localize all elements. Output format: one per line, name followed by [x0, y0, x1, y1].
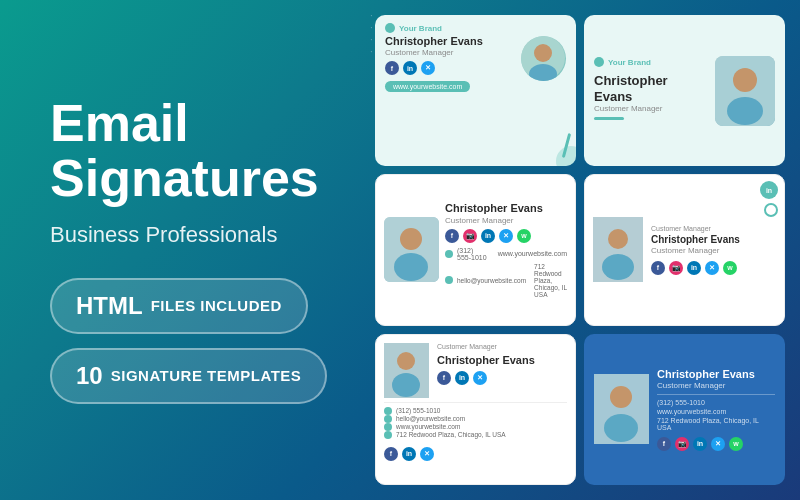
- card4-wa-soc: w: [723, 261, 737, 275]
- card4-li-soc: in: [687, 261, 701, 275]
- badge-html-text: FILES INCLUDED: [151, 297, 282, 314]
- card5-bot-li: in: [402, 447, 416, 461]
- svg-point-10: [608, 229, 628, 249]
- badge2-text: SIGNATURE TEMPLATES: [111, 367, 302, 384]
- svg-point-14: [392, 373, 420, 397]
- avatar-svg: [521, 36, 566, 81]
- signature-card-2: Your Brand Christopher Evans Customer Ma…: [584, 15, 785, 166]
- card5-role: Customer Manager: [437, 343, 567, 350]
- svg-point-17: [604, 414, 638, 442]
- card3-ig: 📷: [463, 229, 477, 243]
- svg-point-16: [610, 386, 632, 408]
- badge2-number: 10: [76, 362, 103, 390]
- card4-avatar-svg: [593, 217, 643, 282]
- card6-info: (312) 555-1010 www.yourwebsite.com 712 R…: [657, 399, 775, 431]
- card6-photo: [594, 374, 649, 444]
- card1-avatar: [521, 36, 566, 81]
- signature-card-6: Christopher Evans Customer Manager (312)…: [584, 334, 785, 485]
- card6-content: Christopher Evans Customer Manager (312)…: [657, 368, 775, 451]
- card6-avatar-svg: [594, 374, 649, 444]
- svg-point-11: [602, 254, 634, 280]
- card3-content: Christopher Evans Customer Manager f 📷 i…: [445, 202, 567, 297]
- svg-point-8: [394, 253, 428, 281]
- card2-avatar-svg: [715, 56, 775, 126]
- card3-fb: f: [445, 229, 459, 243]
- card1-job: Customer Manager: [385, 48, 513, 57]
- card5-photo: [384, 343, 429, 398]
- card2-content: Your Brand Christopher Evans Customer Ma…: [594, 57, 707, 124]
- card6-ig: 📷: [675, 437, 689, 451]
- card3-li: in: [481, 229, 495, 243]
- subtitle: Business Professionals: [50, 222, 330, 248]
- card4-role: Customer Manager: [651, 225, 776, 232]
- brand-row-1: Your Brand: [385, 23, 513, 33]
- card6-divider: [657, 394, 775, 395]
- card5-name: Christopher Evans: [437, 354, 567, 367]
- card4-tw-soc: ✕: [705, 261, 719, 275]
- svg-point-5: [727, 97, 763, 125]
- svg-point-1: [534, 44, 552, 62]
- svg-point-13: [397, 352, 415, 370]
- card6-name: Christopher Evans: [657, 368, 775, 381]
- card4-job: Customer Manager: [651, 246, 776, 255]
- svg-point-4: [733, 68, 757, 92]
- card1-name: Christopher Evans: [385, 35, 513, 48]
- card6-fb: f: [657, 437, 671, 451]
- twitter-icon: ✕: [421, 61, 435, 75]
- card5-details: (312) 555-1010 hello@yourwebsite.com www…: [384, 402, 567, 439]
- card1-website: www.yourwebsite.com: [385, 81, 470, 92]
- card5-li: in: [455, 371, 469, 385]
- main-title: Email Signatures: [50, 96, 330, 205]
- card5-bot-fb: f: [384, 447, 398, 461]
- card6-wa: w: [729, 437, 743, 451]
- html-badge: HTML FILES INCLUDED: [50, 278, 308, 334]
- card2-job: Customer Manager: [594, 104, 707, 113]
- card5-fb: f: [437, 371, 451, 385]
- card4-fb: f: [651, 261, 665, 275]
- card3-name: Christopher Evans: [445, 202, 567, 215]
- card6-job: Customer Manager: [657, 381, 775, 390]
- card4-ig-soc: 📷: [669, 261, 683, 275]
- card6-li: in: [693, 437, 707, 451]
- card2-photo: [715, 56, 775, 126]
- card3-details: (312) 555-1010 www.yourwebsite.com hello…: [445, 247, 567, 298]
- card4-content: in Customer Manager Christopher Evans Cu…: [651, 225, 776, 275]
- card3-job: Customer Manager: [445, 216, 567, 225]
- card4-li-icon: in: [760, 181, 778, 199]
- card3-wa: w: [517, 229, 531, 243]
- signature-card-5: Customer Manager Christopher Evans f in …: [375, 334, 576, 485]
- svg-point-7: [400, 228, 422, 250]
- badge-html-label: HTML: [76, 292, 143, 320]
- card5-tw: ✕: [473, 371, 487, 385]
- signature-card-1: Your Brand Christopher Evans Customer Ma…: [375, 15, 576, 166]
- signature-grid: Your Brand Christopher Evans Customer Ma…: [370, 0, 800, 500]
- page-background: Email Signatures Business Professionals …: [0, 0, 800, 500]
- teal-decor-circle: [556, 146, 576, 166]
- card2-brand: Your Brand: [594, 57, 707, 67]
- templates-badge: 10 SIGNATURE TEMPLATES: [50, 348, 327, 404]
- card4-ig-icon: [764, 203, 778, 217]
- card5-bot-tw: ✕: [420, 447, 434, 461]
- card3-avatar-svg: [384, 217, 439, 282]
- card3-photo: [384, 217, 439, 282]
- card3-tw: ✕: [499, 229, 513, 243]
- linkedin-icon: in: [403, 61, 417, 75]
- card5-avatar-svg: [384, 343, 429, 398]
- card6-tw: ✕: [711, 437, 725, 451]
- card4-name: Christopher Evans: [651, 234, 776, 246]
- card2-name: Christopher Evans: [594, 73, 707, 104]
- card2-accent: [594, 117, 624, 120]
- facebook-icon: f: [385, 61, 399, 75]
- left-panel: Email Signatures Business Professionals …: [0, 56, 370, 443]
- signature-card-4: in Customer Manager Christopher Evans Cu…: [584, 174, 785, 325]
- card5-top: Customer Manager Christopher Evans f in …: [384, 343, 567, 398]
- card5-content: Customer Manager Christopher Evans f in …: [437, 343, 567, 398]
- signature-card-3: Christopher Evans Customer Manager f 📷 i…: [375, 174, 576, 325]
- card4-photo: [593, 217, 643, 282]
